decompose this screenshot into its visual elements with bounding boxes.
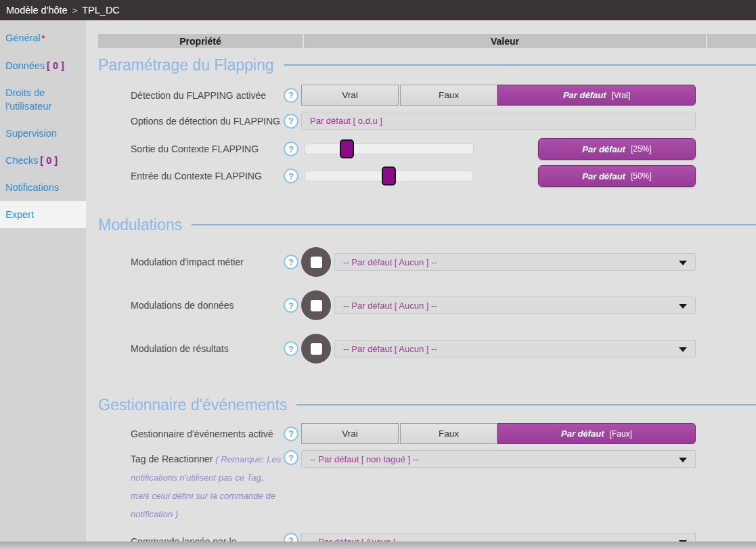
- section-title-flapping: Paramétrage du Flapping: [98, 54, 756, 76]
- event-handler-false-button[interactable]: Faux: [400, 423, 497, 444]
- slider-handle[interactable]: [340, 139, 354, 158]
- section-rule: [296, 404, 756, 405]
- sidebar-item-supervision[interactable]: Supervision: [0, 120, 86, 147]
- slider-handle[interactable]: [382, 167, 396, 185]
- reactionner-tag-select[interactable]: -- Par défaut [ non tagué ] --: [301, 450, 696, 468]
- row-modulation-resultats: Modulation de résultats ? -- Par défaut …: [131, 334, 756, 364]
- row-flapping-exit: Sortie du Contexte FLAPPING ? Par défaut…: [131, 138, 756, 160]
- flapping-false-button[interactable]: Faux: [400, 85, 497, 106]
- help-icon[interactable]: ?: [284, 426, 298, 441]
- table-header: Propriété Valeur: [98, 34, 756, 48]
- row-reactionner-tag: Tag de Reactionner ( Remarque: Les notif…: [131, 450, 756, 523]
- row-modulation-donnees: Modulations de données ? -- Par défaut […: [131, 290, 756, 320]
- row-flapping-entry: Entrée du Contexte FLAPPING ? Par défaut…: [131, 165, 756, 187]
- default-label: Par défaut: [582, 171, 625, 181]
- modulation-resultats-clear-button[interactable]: [301, 334, 331, 364]
- required-asterisk: *: [42, 33, 45, 43]
- breadcrumb-parent[interactable]: Modèle d'hôte: [6, 5, 68, 16]
- section-rule: [192, 224, 756, 225]
- help-icon[interactable]: ?: [284, 88, 298, 103]
- sidebar-item-label: Expert: [5, 209, 34, 220]
- flapping-options-input[interactable]: [301, 112, 696, 130]
- sidebar-item-label: Notifications: [5, 182, 59, 193]
- selected-option: -- Par défaut [ non tagué ] --: [310, 454, 418, 464]
- help-icon[interactable]: ?: [284, 141, 298, 156]
- table-header-value: Valeur: [304, 34, 706, 48]
- help-icon[interactable]: ?: [284, 114, 298, 129]
- count-badge: [ 0 ]: [47, 60, 64, 71]
- default-label: Par défaut: [561, 429, 604, 439]
- tri-state-group: Vrai Faux Par défaut [Vrai]: [301, 85, 696, 106]
- section-title-modulations: Modulations: [98, 214, 756, 236]
- row-event-handler-enabled: Gestionnaire d'événements activé ? Vrai …: [131, 423, 756, 444]
- help-icon[interactable]: ?: [284, 298, 298, 313]
- tri-state-group: Vrai Faux Par défaut [Faux]: [301, 423, 696, 444]
- sidebar-item-general[interactable]: Général*: [0, 24, 86, 52]
- stop-square-icon: [311, 257, 322, 268]
- section-title-text: Gestionnaire d'événements: [98, 396, 287, 414]
- field-label: Détection du FLAPPING activée: [131, 89, 284, 102]
- modulation-resultats-select[interactable]: -- Par défaut [ Aucun ] --: [334, 340, 696, 357]
- field-label: Entrée du Contexte FLAPPING: [131, 169, 284, 183]
- chevron-down-icon: [679, 261, 687, 265]
- row-flapping-options: Options de détection du FLAPPING ?: [131, 112, 756, 130]
- field-label: Modulations de données: [131, 299, 284, 312]
- flapping-exit-slider: [305, 139, 474, 158]
- sidebar: Général* Données[ 0 ] Droits de l'utilis…: [0, 20, 86, 542]
- event-handler-default-button[interactable]: Par défaut [Faux]: [497, 423, 696, 444]
- section-title-text: Paramétrage du Flapping: [98, 56, 274, 74]
- chevron-down-icon: [679, 304, 687, 309]
- field-label: Sortie du Contexte FLAPPING: [131, 142, 284, 156]
- sidebar-item-checks[interactable]: Checks[ 0 ]: [0, 147, 86, 174]
- sidebar-item-label: Données: [5, 60, 45, 71]
- flapping-entry-default-button[interactable]: Par défaut [50%]: [538, 165, 696, 187]
- modulation-impact-clear-button[interactable]: [301, 247, 331, 277]
- field-label: Tag de Reactionner ( Remarque: Les notif…: [131, 450, 284, 523]
- count-badge: [ 0 ]: [40, 155, 58, 166]
- help-icon[interactable]: ?: [284, 255, 298, 269]
- section-title-event-handler: Gestionnaire d'événements: [98, 394, 756, 416]
- flapping-true-button[interactable]: Vrai: [301, 85, 399, 106]
- sidebar-item-label: Supervision: [5, 128, 57, 139]
- row-modulation-impact: Modulation d'impact métier ? -- Par défa…: [131, 247, 756, 277]
- sidebar-item-label: Checks: [5, 155, 38, 166]
- sidebar-item-expert[interactable]: Expert: [0, 201, 86, 228]
- default-value: [25%]: [631, 144, 652, 154]
- main-content: Propriété Valeur Paramétrage du Flapping…: [86, 20, 756, 542]
- field-label: Options de détection du FLAPPING: [131, 114, 284, 128]
- default-value: [Vrai]: [612, 91, 631, 100]
- selected-option: -- Par défaut [ Aucun ] --: [343, 344, 437, 354]
- table-header-extra-cell: [707, 34, 756, 48]
- breadcrumb-current: TPL_DC: [82, 5, 120, 16]
- bottom-shadow: [0, 542, 756, 549]
- modulation-donnees-clear-button[interactable]: [301, 290, 331, 320]
- row-flapping-detection: Détection du FLAPPING activée ? Vrai Fau…: [131, 85, 756, 106]
- breadcrumb: Modèle d'hôte > TPL_DC: [0, 0, 756, 20]
- sidebar-item-notifications[interactable]: Notifications: [0, 174, 86, 201]
- help-icon[interactable]: ?: [284, 450, 298, 465]
- sidebar-item-label: Général: [5, 32, 41, 43]
- selected-option: -- Par défaut [ Aucun ] --: [343, 301, 437, 311]
- chevron-down-icon: [679, 347, 687, 352]
- section-rule: [284, 64, 756, 66]
- flapping-exit-default-button[interactable]: Par défaut [25%]: [538, 138, 696, 160]
- event-handler-true-button[interactable]: Vrai: [301, 423, 399, 444]
- app-window: Modèle d'hôte > TPL_DC Général* Données[…: [0, 0, 756, 549]
- help-icon[interactable]: ?: [284, 341, 298, 356]
- slider-track[interactable]: [305, 144, 474, 154]
- help-icon[interactable]: ?: [284, 169, 298, 183]
- stop-square-icon: [311, 300, 322, 311]
- sidebar-item-droits[interactable]: Droits de l'utilisateur: [0, 79, 86, 120]
- section-title-text: Modulations: [98, 216, 182, 234]
- default-label: Par défaut: [582, 144, 625, 154]
- stop-square-icon: [311, 343, 322, 355]
- flapping-entry-slider: [305, 167, 474, 185]
- field-label-text: Tag de Reactionner: [131, 454, 213, 464]
- modulation-donnees-select[interactable]: -- Par défaut [ Aucun ] --: [334, 297, 696, 314]
- flapping-default-button[interactable]: Par défaut [Vrai]: [497, 85, 696, 106]
- sidebar-item-donnees[interactable]: Données[ 0 ]: [0, 52, 86, 79]
- sidebar-item-label: Droits de l'utilisateur: [5, 87, 51, 112]
- default-value: [Faux]: [610, 429, 632, 439]
- breadcrumb-separator: >: [72, 5, 78, 16]
- modulation-impact-select[interactable]: -- Par défaut [ Aucun ] --: [334, 253, 696, 271]
